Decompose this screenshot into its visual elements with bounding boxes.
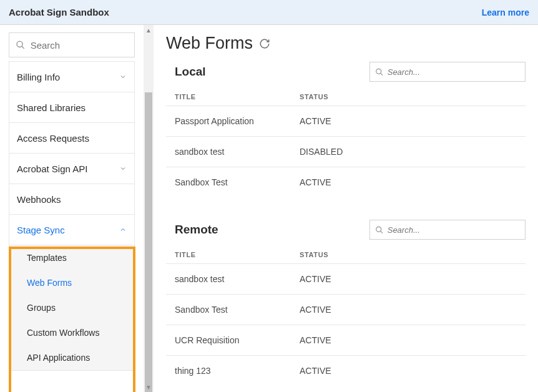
subnav-web-forms[interactable]: Web Forms (9, 270, 134, 295)
remote-search-input[interactable] (388, 225, 520, 235)
refresh-icon[interactable] (259, 38, 270, 49)
sidebar-item-acrobat-sign-api[interactable]: Acrobat Sign API (9, 154, 134, 184)
sidebar-item-stage-sync[interactable]: Stage Sync (9, 215, 134, 245)
remote-search[interactable] (369, 220, 526, 240)
subnav-custom-workflows[interactable]: Custom Workflows (9, 320, 134, 345)
row-status: ACTIVE (300, 335, 517, 345)
table-row[interactable]: sandbox test ACTIVE (166, 263, 526, 294)
table-row[interactable]: Passport Application ACTIVE (166, 105, 526, 136)
col-status-header: STATUS (300, 93, 517, 100)
svg-point-0 (17, 41, 22, 47)
table-row[interactable]: UCR Requisition ACTIVE (166, 325, 526, 355)
row-title: sandbox test (175, 274, 300, 284)
row-status: ACTIVE (300, 305, 517, 315)
row-title: sandbox test (175, 147, 300, 157)
sidebar-search-input[interactable] (31, 40, 128, 51)
local-search[interactable] (369, 62, 526, 82)
svg-line-3 (381, 73, 383, 75)
remote-table: TITLE STATUS sandbox test ACTIVE Sandbox… (166, 246, 526, 386)
sidebar-nav: Billing Info Shared Libraries Access Req… (9, 61, 135, 371)
scrollbar-thumb[interactable] (145, 92, 152, 392)
table-row[interactable]: Sandbox Test ACTIVE (166, 167, 526, 197)
stage-sync-submenu: Templates Web Forms Groups Custom Workfl… (9, 245, 134, 370)
local-heading: Local (175, 65, 206, 79)
subnav-api-applications[interactable]: API Applications (9, 345, 134, 370)
app-title: Acrobat Sign Sandbox (9, 7, 109, 17)
table-header: TITLE STATUS (166, 88, 526, 105)
sidebar-item-shared-libraries[interactable]: Shared Libraries (9, 92, 134, 123)
nav-label: Webhooks (17, 194, 61, 205)
svg-point-4 (376, 227, 381, 232)
sidebar-item-billing-info[interactable]: Billing Info (9, 62, 134, 92)
row-title: UCR Requisition (175, 335, 300, 345)
table-header: TITLE STATUS (166, 246, 526, 263)
sidebar-item-webhooks[interactable]: Webhooks (9, 184, 134, 215)
nav-label: Shared Libraries (17, 102, 86, 113)
chevron-up-icon (119, 226, 127, 233)
table-row[interactable]: Sandbox Test ACTIVE (166, 294, 526, 325)
remote-section: Remote TITLE STATUS sandbox test ACTIVE … (166, 220, 526, 386)
sidebar-item-access-requests[interactable]: Access Requests (9, 123, 134, 154)
scroll-arrow-up-icon[interactable]: ▲ (144, 25, 154, 35)
row-status: ACTIVE (300, 366, 517, 376)
page-title: Web Forms (166, 34, 253, 53)
local-search-input[interactable] (388, 67, 520, 77)
nav-label: Stage Sync (17, 225, 65, 235)
subnav-groups[interactable]: Groups (9, 295, 134, 320)
row-title: Sandbox Test (175, 305, 300, 315)
nav-label: Access Requests (17, 133, 89, 144)
main-content: Web Forms Local TITLE STATUS Passport Ap… (154, 25, 538, 392)
row-status: ACTIVE (300, 274, 517, 284)
row-status: DISABLED (300, 147, 517, 157)
learn-more-link[interactable]: Learn more (482, 7, 529, 17)
subnav-templates[interactable]: Templates (9, 245, 134, 270)
table-row[interactable]: sandbox test DISABLED (166, 136, 526, 167)
local-table: TITLE STATUS Passport Application ACTIVE… (166, 88, 526, 197)
search-icon (375, 225, 384, 235)
col-title-header: TITLE (175, 251, 300, 258)
table-row[interactable]: thing 123 ACTIVE (166, 355, 526, 386)
row-status: ACTIVE (300, 177, 517, 187)
sidebar-search[interactable] (9, 32, 135, 57)
svg-point-2 (376, 69, 381, 74)
chevron-down-icon (119, 165, 127, 172)
svg-line-1 (22, 46, 24, 49)
row-status: ACTIVE (300, 116, 517, 126)
svg-line-5 (381, 231, 383, 233)
nav-label: Billing Info (17, 72, 60, 82)
remote-heading: Remote (175, 223, 218, 237)
col-status-header: STATUS (300, 251, 517, 258)
page-title-row: Web Forms (166, 34, 526, 53)
scroll-arrow-down-icon[interactable]: ▼ (144, 382, 154, 392)
search-icon (375, 67, 384, 77)
row-title: Sandbox Test (175, 177, 300, 187)
sidebar-scrollbar[interactable]: ▲ ▼ (144, 25, 154, 392)
chevron-down-icon (119, 73, 127, 81)
local-section: Local TITLE STATUS Passport Application … (166, 62, 526, 197)
row-title: thing 123 (175, 366, 300, 376)
nav-label: Acrobat Sign API (17, 164, 87, 174)
top-bar: Acrobat Sign Sandbox Learn more (0, 0, 538, 25)
search-icon (16, 39, 26, 51)
row-title: Passport Application (175, 116, 300, 126)
sidebar: Billing Info Shared Libraries Access Req… (0, 25, 144, 392)
col-title-header: TITLE (175, 93, 300, 100)
